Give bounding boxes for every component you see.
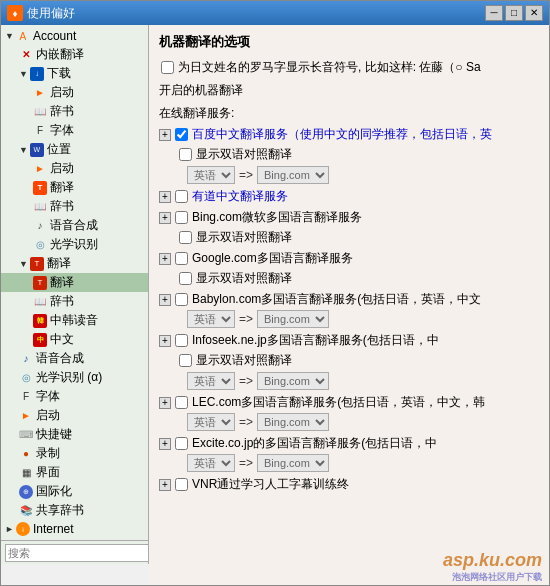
sidebar-item-qidong1[interactable]: ►启动 xyxy=(1,83,148,102)
service-checkbox-youdao[interactable] xyxy=(175,190,188,203)
sidebar-item-label: 语音合成 xyxy=(50,217,98,234)
expand-btn-lec[interactable]: + xyxy=(159,397,171,409)
qidong3-icon: ► xyxy=(19,409,33,423)
sidebar-item-account[interactable]: ▼AAccount xyxy=(1,27,148,45)
minimize-button[interactable]: ─ xyxy=(485,5,503,21)
sidebar-item-yuyin2[interactable]: ♪语音合成 xyxy=(1,349,148,368)
expand-btn-infoseek[interactable]: + xyxy=(159,335,171,347)
sidebar-item-guangxue1[interactable]: ◎光学识别 xyxy=(1,235,148,254)
window-controls: ─ □ ✕ xyxy=(485,5,543,21)
lang-from-excite[interactable]: 英语 xyxy=(187,454,235,472)
sidebar-item-neikan[interactable]: ✕内嵌翻译 xyxy=(1,45,148,64)
sidebar-item-label: 光学识别 xyxy=(50,236,98,253)
cishu3-icon: 📖 xyxy=(33,295,47,309)
sidebar-item-kuaijiejian[interactable]: ⌨快捷键 xyxy=(1,425,148,444)
expand-btn-google[interactable]: + xyxy=(159,253,171,265)
sidebar-item-fanyi2[interactable]: T翻译 xyxy=(1,273,148,292)
lang-row-excite: 英语 => Bing.com xyxy=(187,454,539,472)
ziti2-icon: F xyxy=(19,390,33,404)
lang-from-babylon[interactable]: 英语 xyxy=(187,310,235,328)
expand-btn-bing[interactable]: + xyxy=(159,212,171,224)
sidebar-item-qidong3[interactable]: ►启动 xyxy=(1,406,148,425)
sidebar-item-gongxi[interactable]: 📚共享辞书 xyxy=(1,501,148,520)
bilingual-checkbox-infoseek[interactable] xyxy=(179,354,192,367)
sidebar-item-fanyi1[interactable]: T翻译 xyxy=(1,178,148,197)
service-checkbox-baidu[interactable] xyxy=(175,128,188,141)
sidebar-item-label: 翻译 xyxy=(50,179,74,196)
xiazai-icon: ↓ xyxy=(30,67,44,81)
bilingual-checkbox-bing[interactable] xyxy=(179,231,192,244)
sidebar-item-label: 快捷键 xyxy=(36,426,72,443)
expand-btn-vnr[interactable]: + xyxy=(159,479,171,491)
bilingual-row-bing: 显示双语对照翻译 xyxy=(159,229,539,246)
service-name-infoseek: Infoseek.ne.jp多国语言翻译服务(包括日语，中 xyxy=(192,332,439,349)
sidebar-item-qidong2[interactable]: ►启动 xyxy=(1,159,148,178)
sidebar-item-cishu2[interactable]: 📖辞书 xyxy=(1,197,148,216)
jiemian-icon: ▦ xyxy=(19,466,33,480)
lang-to-babylon[interactable]: Bing.com xyxy=(257,310,329,328)
lang-from-lec[interactable]: 英语 xyxy=(187,413,235,431)
expand-btn-baidu[interactable]: + xyxy=(159,129,171,141)
maximize-button[interactable]: □ xyxy=(505,5,523,21)
kuaijiejian-icon: ⌨ xyxy=(19,428,33,442)
service-name-youdao: 有道中文翻译服务 xyxy=(192,188,288,205)
sidebar-item-xiazai[interactable]: ▼↓下载 xyxy=(1,64,148,83)
luji-icon: ● xyxy=(19,447,33,461)
bilingual-label-google: 显示双语对照翻译 xyxy=(196,270,292,287)
lang-to-excite[interactable]: Bing.com xyxy=(257,454,329,472)
sidebar-item-luji[interactable]: ●录制 xyxy=(1,444,148,463)
sidebar-item-yuyin1[interactable]: ♪语音合成 xyxy=(1,216,148,235)
lang-row-lec: 英语 => Bing.com xyxy=(187,413,539,431)
sidebar-item-label: 位置 xyxy=(47,141,71,158)
app-window: ♦ 使用偏好 ─ □ ✕ ▼AAccount✕内嵌翻译▼↓下载►启动📖辞书F字体… xyxy=(0,0,550,586)
sidebar-item-fanyi_group[interactable]: ▼T翻译 xyxy=(1,254,148,273)
service-checkbox-babylon[interactable] xyxy=(175,293,188,306)
guangxue1-icon: ◎ xyxy=(33,238,47,252)
lang-from-baidu[interactable]: 英语 xyxy=(187,166,235,184)
neikan-icon: ✕ xyxy=(19,48,33,62)
expand-btn-excite[interactable]: + xyxy=(159,438,171,450)
sidebar-item-ziti1[interactable]: F字体 xyxy=(1,121,148,140)
sidebar-item-cishu3[interactable]: 📖辞书 xyxy=(1,292,148,311)
service-checkbox-bing[interactable] xyxy=(175,211,188,224)
bilingual-checkbox-baidu[interactable] xyxy=(179,148,192,161)
sidebar-item-jiemian[interactable]: ▦界面 xyxy=(1,463,148,482)
sidebar-item-guangxue2[interactable]: ◎光学识别 (α) xyxy=(1,368,148,387)
romaji-checkbox[interactable] xyxy=(161,61,174,74)
arrow-right-icon: => xyxy=(239,456,253,470)
service-row-bing: +Bing.com微软多国语言翻译服务 xyxy=(159,209,539,226)
lang-to-lec[interactable]: Bing.com xyxy=(257,413,329,431)
bilingual-checkbox-google[interactable] xyxy=(179,272,192,285)
lang-to-infoseek[interactable]: Bing.com xyxy=(257,372,329,390)
sidebar-item-label: 中文 xyxy=(50,331,74,348)
sidebar-item-zhonghan[interactable]: 韓中韩读音 xyxy=(1,311,148,330)
sidebar-item-internet[interactable]: ►iInternet xyxy=(1,520,148,538)
gongxi-icon: 📚 xyxy=(19,504,33,518)
sidebar-item-zhongwen[interactable]: 中中文 xyxy=(1,330,148,349)
sidebar-item-cishu1[interactable]: 📖辞书 xyxy=(1,102,148,121)
sidebar-item-label: 翻译 xyxy=(50,274,74,291)
sidebar-item-weizhi[interactable]: ▼W位置 xyxy=(1,140,148,159)
sidebar-item-label: 界面 xyxy=(36,464,60,481)
sidebar-item-guoji[interactable]: ⊕国际化 xyxy=(1,482,148,501)
lang-to-baidu[interactable]: Bing.com xyxy=(257,166,329,184)
lang-from-infoseek[interactable]: 英语 xyxy=(187,372,235,390)
romaji-label: 为日文姓名的罗马字显示长音符号, 比如这样: 佐藤（○ Sa xyxy=(178,59,481,76)
lang-row-babylon: 英语 => Bing.com xyxy=(187,310,539,328)
sidebar-item-label: 语音合成 xyxy=(36,350,84,367)
service-checkbox-vnr[interactable] xyxy=(175,478,188,491)
service-checkbox-infoseek[interactable] xyxy=(175,334,188,347)
service-checkbox-excite[interactable] xyxy=(175,437,188,450)
arrow-right-icon: => xyxy=(239,312,253,326)
sidebar-item-ziti2[interactable]: F字体 xyxy=(1,387,148,406)
service-row-vnr: +VNR通过学习人工字幕训练终 xyxy=(159,476,539,493)
search-input[interactable] xyxy=(5,544,149,562)
close-button[interactable]: ✕ xyxy=(525,5,543,21)
service-checkbox-google[interactable] xyxy=(175,252,188,265)
arrow-right-icon: => xyxy=(239,415,253,429)
expand-btn-youdao[interactable]: + xyxy=(159,191,171,203)
sidebar-item-label: 国际化 xyxy=(36,483,72,500)
service-checkbox-lec[interactable] xyxy=(175,396,188,409)
arrow-right-icon: => xyxy=(239,374,253,388)
expand-btn-babylon[interactable]: + xyxy=(159,294,171,306)
